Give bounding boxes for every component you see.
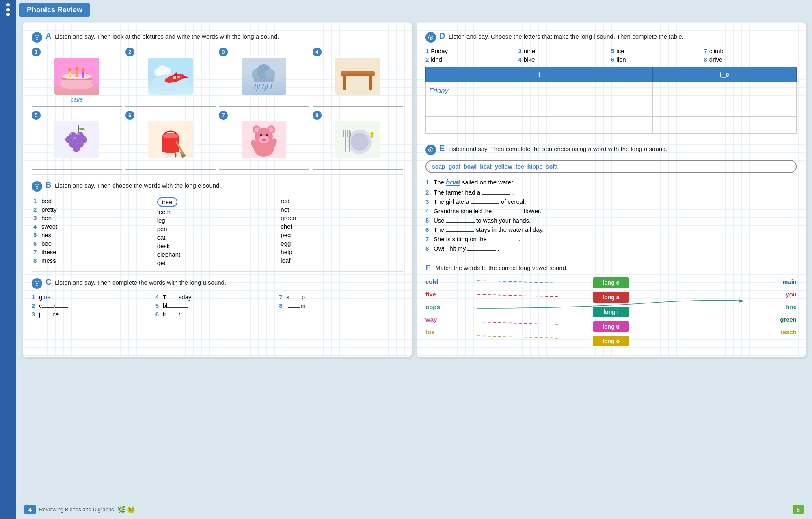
word-item: 6bee bbox=[32, 239, 155, 248]
section-a-icon bbox=[32, 32, 42, 43]
table-cell bbox=[653, 117, 797, 134]
footer-icons: 🌿 🐸 bbox=[117, 506, 135, 513]
paint-image bbox=[148, 121, 193, 158]
svg-line-25 bbox=[259, 84, 260, 89]
table-header-ie: i_e bbox=[653, 67, 797, 82]
word-item: desk bbox=[155, 242, 279, 250]
strip-dot bbox=[6, 13, 10, 16]
match-left-words: cold five oops way toe bbox=[425, 277, 454, 335]
word-item: teeth bbox=[155, 208, 279, 216]
d-item: 4bike bbox=[518, 56, 611, 63]
d-item: 6lion bbox=[611, 56, 704, 63]
section-a-images-row1: 1 bbox=[32, 48, 403, 107]
left-page: A Listen and say. Then look at the pictu… bbox=[23, 22, 412, 357]
section-e-sentences: 1 The boat sailed on the water. 2 The fa… bbox=[425, 177, 797, 253]
svg-point-55 bbox=[254, 127, 259, 132]
word-item: 7these bbox=[32, 248, 155, 256]
word-item: chef bbox=[279, 222, 403, 231]
section-b-col2: tree teeth leg pen eat desk elephant get bbox=[155, 197, 279, 267]
fill-item: 8 rm bbox=[279, 302, 403, 309]
image-paint: 6 bbox=[125, 111, 216, 170]
word-item: green bbox=[279, 214, 403, 222]
svg-line-30 bbox=[265, 85, 266, 91]
page-num-left: 4 bbox=[24, 505, 36, 514]
svg-line-28 bbox=[271, 84, 272, 89]
cake-image bbox=[54, 58, 99, 95]
svg-rect-71 bbox=[371, 134, 373, 138]
word-item: leg bbox=[155, 216, 279, 225]
image-cake: 1 bbox=[32, 48, 122, 107]
section-a-header: A Listen and say. Then look at the pictu… bbox=[32, 31, 403, 43]
fill-item: 3 jce bbox=[32, 311, 155, 318]
word-item: eat bbox=[155, 233, 279, 242]
section-d-word-list: 1Friday 3nine 5ice 7climb 2kind 4bike 6l… bbox=[425, 48, 797, 63]
bear-image bbox=[242, 121, 286, 158]
word-item: 1bed bbox=[32, 197, 155, 205]
svg-point-45 bbox=[77, 133, 80, 135]
d-item: 5ice bbox=[611, 48, 704, 54]
page-num-right: 5 bbox=[793, 505, 804, 514]
sentence-item: 6 The stays in the water all day. bbox=[425, 225, 797, 234]
left-strip bbox=[0, 0, 16, 519]
d-item: 8drive bbox=[704, 56, 797, 63]
word-item: leaf bbox=[279, 256, 403, 265]
d-item: 1Friday bbox=[425, 48, 518, 54]
word-item: 2pretty bbox=[32, 205, 155, 214]
section-c-header: C Listen and say. Then complete the word… bbox=[32, 277, 403, 289]
svg-line-26 bbox=[263, 84, 264, 89]
section-e: E Listen and say. Then complete the sent… bbox=[425, 144, 797, 253]
table-cell bbox=[426, 117, 653, 134]
section-f: F Match the words to the correct long vo… bbox=[425, 263, 797, 346]
section-a-images-row2: 5 bbox=[32, 111, 403, 170]
image-cloud: 3 bbox=[219, 48, 309, 107]
svg-point-13 bbox=[164, 67, 171, 75]
sentence-item: 5 Use to wash your hands. bbox=[425, 216, 797, 225]
image-plate: 8 bbox=[313, 111, 403, 170]
cake-answer: cake bbox=[71, 96, 83, 103]
match-center-labels: long e long a long i long u long o bbox=[454, 277, 768, 346]
svg-point-56 bbox=[269, 127, 274, 132]
plane-image bbox=[148, 58, 193, 95]
d-item: 7climb bbox=[704, 48, 797, 54]
match-right-words: main you line green teach bbox=[768, 277, 797, 335]
section-d-instructions: D Listen and say. Choose the letters tha… bbox=[439, 31, 684, 41]
section-b-instructions: B Listen and say. Then choose the words … bbox=[45, 180, 221, 190]
word-item: elephant bbox=[155, 250, 279, 259]
section-c-instructions: C Listen and say. Then complete the word… bbox=[45, 277, 226, 287]
table-cell bbox=[653, 82, 797, 99]
image-table: 4 bbox=[313, 48, 403, 107]
word-item: peg bbox=[279, 231, 403, 239]
svg-line-24 bbox=[255, 84, 256, 89]
long-u-label: long u bbox=[593, 321, 629, 332]
section-e-word-box: soap goat bowl beat yellow toe hippo sof… bbox=[425, 160, 797, 173]
d-item: 3nine bbox=[518, 48, 611, 54]
word-item: help bbox=[279, 248, 403, 256]
svg-line-29 bbox=[257, 85, 258, 91]
section-a-instructions: A Listen and say. Then look at the pictu… bbox=[45, 31, 279, 41]
cloud-image bbox=[242, 58, 286, 95]
image-bear: 7 bbox=[219, 111, 309, 170]
svg-point-9 bbox=[82, 68, 85, 72]
svg-point-59 bbox=[266, 134, 268, 136]
svg-rect-33 bbox=[369, 76, 372, 90]
image-plane: 2 bbox=[125, 48, 216, 107]
footer-left: 4 Reviewing Blends and Digraphs 🌿 🐸 bbox=[24, 505, 135, 514]
word-item: egg bbox=[279, 239, 403, 248]
footer-text: Reviewing Blends and Digraphs bbox=[39, 506, 114, 513]
section-c: C Listen and say. Then complete the word… bbox=[32, 277, 403, 318]
svg-point-58 bbox=[260, 134, 262, 136]
svg-point-46 bbox=[73, 137, 76, 139]
word-item: 4sweet bbox=[32, 222, 155, 231]
strip-dot bbox=[6, 3, 10, 6]
section-c-icon bbox=[32, 278, 42, 289]
word-item: pen bbox=[155, 225, 279, 233]
section-a: A Listen and say. Then look at the pictu… bbox=[32, 31, 403, 170]
sentence-item: 2 The farmer had a . bbox=[425, 188, 797, 197]
long-o-label: long o bbox=[593, 336, 629, 346]
section-d-icon bbox=[425, 32, 436, 43]
section-b-col3: red net green chef peg egg help leaf bbox=[279, 197, 403, 267]
svg-point-44 bbox=[70, 133, 72, 135]
table-header-i: i bbox=[426, 67, 653, 82]
svg-point-8 bbox=[76, 67, 78, 71]
section-d: D Listen and say. Choose the letters tha… bbox=[425, 31, 797, 134]
